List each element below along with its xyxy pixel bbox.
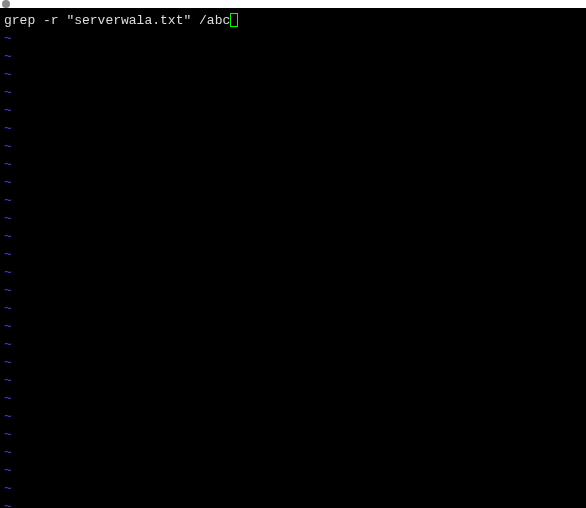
empty-line-tilde: ~	[4, 174, 582, 192]
empty-line-tilde: ~	[4, 264, 582, 282]
window-icon	[2, 0, 10, 8]
window-titlebar	[0, 0, 586, 8]
empty-line-tilde: ~	[4, 138, 582, 156]
empty-line-tilde: ~	[4, 300, 582, 318]
empty-line-tilde: ~	[4, 246, 582, 264]
command-text: grep -r "serverwala.txt" /abc	[4, 13, 230, 28]
empty-line-tilde: ~	[4, 228, 582, 246]
empty-line-tilde: ~	[4, 30, 582, 48]
empty-line-tilde: ~	[4, 102, 582, 120]
empty-line-tilde: ~	[4, 372, 582, 390]
empty-line-tilde: ~	[4, 192, 582, 210]
empty-line-tilde: ~	[4, 426, 582, 444]
empty-line-tilde: ~	[4, 336, 582, 354]
empty-line-tilde: ~	[4, 444, 582, 462]
empty-line-tilde: ~	[4, 498, 582, 508]
empty-line-tilde: ~	[4, 156, 582, 174]
empty-line-tilde: ~	[4, 354, 582, 372]
empty-line-tilde: ~	[4, 66, 582, 84]
empty-line-tilde: ~	[4, 462, 582, 480]
empty-line-tilde: ~	[4, 480, 582, 498]
empty-line-tilde: ~	[4, 210, 582, 228]
empty-line-tilde: ~	[4, 120, 582, 138]
empty-line-tilde: ~	[4, 390, 582, 408]
empty-line-tilde: ~	[4, 282, 582, 300]
empty-line-tilde: ~	[4, 318, 582, 336]
terminal-editor[interactable]: grep -r "serverwala.txt" /abc ~~~~~~~~~~…	[0, 8, 586, 508]
command-line: grep -r "serverwala.txt" /abc	[4, 12, 582, 30]
empty-line-tilde: ~	[4, 48, 582, 66]
empty-line-tilde: ~	[4, 84, 582, 102]
empty-line-tilde: ~	[4, 408, 582, 426]
cursor	[230, 13, 238, 27]
